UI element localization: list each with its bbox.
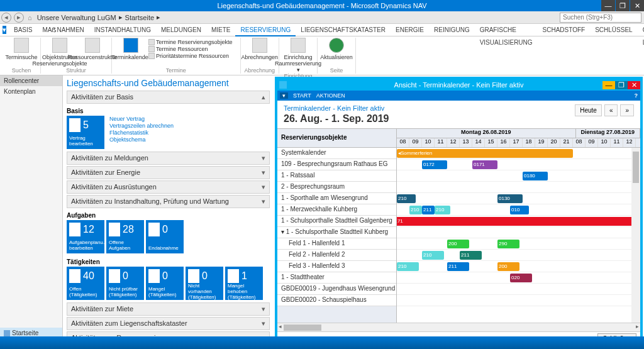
- tab-instandhaltung[interactable]: INSTANDHALTUNG: [89, 24, 156, 36]
- gantt-bar[interactable]: 0180: [523, 172, 548, 180]
- prev-button[interactable]: «: [604, 104, 618, 116]
- section-instand[interactable]: Aktivitäten zu Instandhaltung, Prüfung u…: [67, 195, 270, 208]
- gantt-bar[interactable]: 200: [447, 240, 469, 248]
- gantt-row-label[interactable]: ▾ 1 - Schulsporthalle Stadtteil Kuhberg: [277, 227, 396, 238]
- gantt-row-label[interactable]: Feld 2 - Hallenfeld 2: [277, 250, 396, 261]
- search-input[interactable]: [560, 13, 641, 23]
- gantt-bar[interactable]: 211: [460, 251, 482, 260]
- tab-reinigung[interactable]: REINIGUNG: [429, 24, 475, 36]
- tab-basis[interactable]: BASIS: [9, 24, 37, 36]
- sidebar: RollencenterKontenplan StartseiteAbteilu…: [0, 75, 63, 349]
- section-energie[interactable]: Aktivitäten zur Energie▾: [67, 166, 270, 179]
- tab-schlüssel[interactable]: SCHLÜSSEL: [590, 24, 637, 36]
- tab-gesamt lugm[interactable]: GESAMT LUGM: [638, 24, 644, 36]
- ribbon-mini[interactable]: Termine Ressourcen: [148, 46, 233, 52]
- home-icon[interactable]: ⌂: [28, 14, 32, 21]
- gantt-bar[interactable]: 020: [510, 274, 532, 282]
- tile[interactable]: 12Aufgabenplanu… bearbeiten: [67, 220, 104, 253]
- tab-schadstoff[interactable]: SCHADSTOFF: [538, 24, 591, 36]
- tile[interactable]: 0Nicht prüfbar (Tätigkeiten): [106, 267, 144, 300]
- gantt-bar[interactable]: 211: [422, 206, 435, 214]
- sidebar-item-kontenplan[interactable]: Kontenplan: [0, 86, 62, 97]
- gantt-row-label[interactable]: 1 - Sporthalle am Wiesengrund: [277, 193, 396, 204]
- link-neuer-vertrag[interactable]: Neuer Vertrag: [109, 116, 174, 122]
- gantt-row-label[interactable]: 1 - Schulsporthalle Stadtteil Galgenberg: [277, 216, 396, 227]
- minimize-icon[interactable]: —: [601, 0, 615, 11]
- gantt-row-label[interactable]: Systemkalender: [277, 148, 396, 159]
- sched-restore-icon[interactable]: ❐: [615, 81, 628, 89]
- sidebar-item-rollencenter[interactable]: Rollencenter: [0, 75, 62, 86]
- sched-close-icon[interactable]: ✕: [628, 81, 640, 89]
- tab-meldungen[interactable]: MELDUNGEN: [156, 24, 206, 36]
- ribbon-einrichtung-raumreservierung-[interactable]: Einrichtung Raumreservierung ▾: [283, 38, 313, 73]
- back-button[interactable]: ◂: [1, 13, 11, 23]
- scrollbar-vertical[interactable]: [631, 148, 640, 323]
- tab-energie[interactable]: ENERGIE: [391, 24, 429, 36]
- gantt-bar[interactable]: 211: [447, 262, 469, 271]
- gantt-row-label[interactable]: 109 - Besprechungsraum Rathaus EG: [277, 159, 396, 170]
- gantt-bar[interactable]: 210: [397, 194, 416, 203]
- tile[interactable]: 28Offene Aufgaben: [106, 220, 144, 253]
- section-basis[interactable]: Aktivitäten zur Basis▴: [67, 91, 270, 104]
- section-meldungen[interactable]: Aktivitäten zu Meldungen▾: [67, 152, 270, 165]
- scrollbar-horizontal[interactable]: ◂▸: [277, 323, 640, 331]
- sched-start-tab[interactable]: START: [293, 92, 311, 99]
- link-fl-chenstatistik[interactable]: Flächenstatistik: [109, 130, 174, 136]
- section-ausruest[interactable]: Aktivitäten zu Ausrüstungen▾: [67, 180, 270, 194]
- tab-miete[interactable]: MIETE: [206, 24, 236, 36]
- restore-icon[interactable]: ❐: [616, 0, 630, 11]
- section-liegkat[interactable]: Aktivitäten zum Liegenschaftskataster▾: [67, 317, 270, 330]
- next-button[interactable]: »: [620, 104, 634, 116]
- gantt-bar[interactable]: ◂Sommerferien: [397, 149, 573, 158]
- breadcrumb-page[interactable]: Startseite: [125, 14, 154, 21]
- tab-reservierung[interactable]: RESERVIERUNG: [235, 24, 296, 36]
- section-miete[interactable]: Aktivitäten zur Miete▾: [67, 302, 270, 316]
- gantt-bar[interactable]: 210: [435, 206, 450, 214]
- tab-maßnahmen[interactable]: MAẞNAHMEN: [37, 24, 89, 36]
- file-tab[interactable]: ▾: [3, 26, 6, 34]
- ribbon-terminkalender[interactable]: Terminkalender: [116, 38, 146, 60]
- forward-button[interactable]: ▸: [14, 13, 24, 23]
- sched-aktionen-tab[interactable]: AKTIONEN: [316, 92, 345, 99]
- gantt-bar[interactable]: 210: [397, 262, 419, 271]
- tab-liegenschaftskataster[interactable]: LIEGENSCHAFTSKATASTER: [296, 24, 391, 36]
- ribbon-aktualisieren[interactable]: Aktualisieren: [321, 38, 352, 60]
- gantt-bar[interactable]: 0171: [472, 160, 497, 169]
- ribbon-ressourcenstruktur[interactable]: Ressourcenstruktur: [77, 38, 108, 67]
- gantt-bar[interactable]: 0130: [497, 194, 523, 203]
- tile[interactable]: 40Offen (Tätigkeiten): [67, 267, 104, 300]
- gantt-row-label[interactable]: GBDE00019 - Jugendhaus Wiesengrund: [277, 284, 396, 295]
- gantt-bar[interactable]: 010: [510, 206, 529, 214]
- sched-minimize-icon[interactable]: —: [602, 81, 615, 89]
- gantt-bar[interactable]: 210: [422, 251, 444, 260]
- gantt-row-label[interactable]: GBDE00020 - Schauspielhaus: [277, 295, 396, 306]
- ribbon-objektstruktur-reservierungsobjekte[interactable]: Objektstruktur Reservierungsobjekte: [45, 38, 75, 67]
- link-objektschema[interactable]: Objektschema: [109, 136, 174, 143]
- tile-vertrag[interactable]: 5 Vertrag bearbeiten: [67, 116, 104, 149]
- gantt-row-label[interactable]: 2 - Besprechungsraum: [277, 182, 396, 193]
- close-icon[interactable]: ✕: [630, 0, 644, 11]
- sched-help-icon[interactable]: ?: [635, 92, 638, 99]
- gantt-row-label[interactable]: 1 - Stadttheater: [277, 272, 396, 284]
- ribbon-abrechnungen[interactable]: Abrechnungen: [245, 38, 275, 60]
- tile[interactable]: 0Nicht vorhanden (Tätigkeiten): [186, 267, 223, 300]
- gantt-bar[interactable]: 200: [497, 262, 519, 271]
- gantt-bar[interactable]: 290: [497, 240, 519, 248]
- ribbon-mini[interactable]: Prioritätstermine Ressourcen: [148, 53, 233, 59]
- tab-grafische visualisierung[interactable]: GRAFISCHE VISUALISIERUNG: [475, 24, 538, 36]
- tile[interactable]: 1Mangel behoben (Tätigkeiten): [225, 267, 263, 300]
- tile[interactable]: 0Mangel (Tätigkeiten): [146, 267, 184, 300]
- today-button[interactable]: Heute: [575, 104, 602, 116]
- ribbon-mini[interactable]: Termine Reservierungsobjekte: [148, 39, 233, 45]
- tile[interactable]: 0Endabnahme: [146, 220, 184, 253]
- gantt-bar[interactable]: 0171: [397, 217, 640, 226]
- gantt-bar[interactable]: 0172: [422, 160, 447, 169]
- breadcrumb-root[interactable]: Unsere Verwaltung LuGM: [37, 14, 116, 21]
- gantt-row-label[interactable]: Feld 1 - Hallenfeld 1: [277, 238, 396, 250]
- link-vertragszeilen-abrechnen[interactable]: Vertragszeilen abrechnen: [109, 123, 174, 129]
- gantt-row-label[interactable]: 1 - Merzweckhalle Kuhberg: [277, 204, 396, 216]
- gantt-bar[interactable]: 210: [409, 206, 422, 214]
- gantt-row-label[interactable]: Feld 3 - Hallenfeld 3: [277, 261, 396, 272]
- sched-file-tab[interactable]: ▾: [280, 92, 288, 99]
- gantt-row-label[interactable]: 1 - Ratssaal: [277, 170, 396, 182]
